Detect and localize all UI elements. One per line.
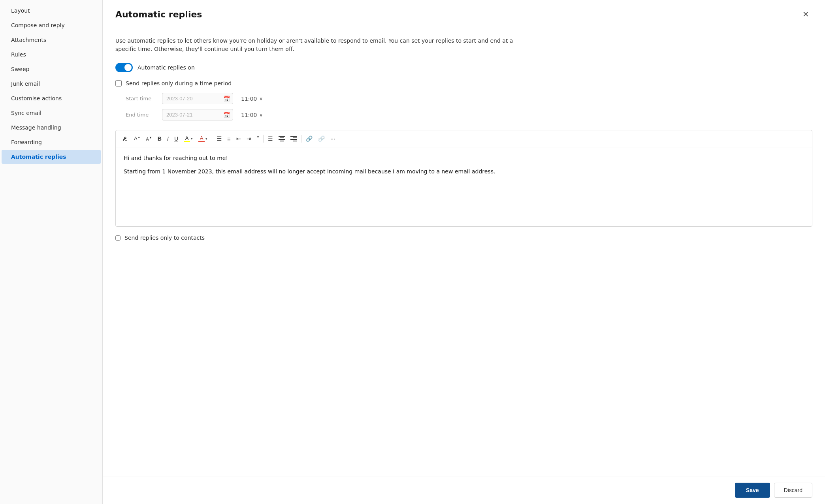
underline-icon: U	[174, 135, 178, 142]
link-icon: 🔗	[306, 135, 313, 142]
end-time-chevron-icon[interactable]: ∨	[259, 112, 263, 118]
dialog-header: Automatic replies ✕	[103, 0, 825, 27]
font-size-down-icon: A▼	[146, 136, 152, 141]
end-date-input-wrap: 📅	[162, 109, 233, 120]
align-right-button[interactable]	[288, 134, 299, 143]
more-options-button[interactable]: ···	[328, 134, 337, 143]
sidebar-item-message-handling[interactable]: Message handling	[2, 120, 101, 135]
font-size-up-icon: A▲	[134, 135, 141, 141]
start-date-input-wrap: 📅	[162, 93, 233, 104]
end-date-input[interactable]	[162, 109, 233, 120]
dialog-footer: Save Discard	[103, 476, 825, 504]
svg-rect-1	[279, 136, 285, 137]
bullets-button[interactable]: ☰	[214, 134, 224, 144]
sidebar-item-junk-email[interactable]: Junk email	[2, 77, 101, 91]
close-button[interactable]: ✕	[799, 8, 812, 21]
automatic-replies-toggle[interactable]	[115, 63, 133, 72]
rich-text-editor: A▲ A▼ B I U	[115, 130, 812, 227]
bold-button[interactable]: B	[155, 134, 164, 143]
toolbar-separator-3	[301, 135, 301, 143]
font-color-chevron-icon[interactable]: ▾	[205, 137, 207, 141]
description-text: Use automatic replies to let others know…	[115, 37, 534, 53]
sidebar-item-compose-reply[interactable]: Compose and reply	[2, 18, 101, 32]
time-period-checkbox-row: Send replies only during a time period	[115, 80, 812, 87]
highlight-chevron-icon[interactable]: ▾	[191, 137, 193, 141]
main-content: Automatic replies ✕ Use automatic replie…	[103, 0, 825, 504]
numbering-icon: ≡	[227, 135, 231, 142]
align-center-icon	[279, 136, 285, 141]
contacts-checkbox[interactable]	[115, 235, 121, 241]
discard-button[interactable]: Discard	[774, 483, 812, 498]
decrease-indent-button[interactable]: ⇤	[234, 134, 243, 143]
start-time-label: Start time	[126, 96, 157, 102]
more-options-icon: ···	[330, 135, 335, 142]
underline-button[interactable]: U	[172, 134, 181, 143]
align-left-button[interactable]: ☰	[266, 134, 275, 143]
editor-toolbar: A▲ A▼ B I U	[116, 130, 812, 147]
font-size-up-button[interactable]: A▲	[132, 134, 143, 143]
editor-content-area[interactable]: Hi and thanks for reaching out to me! St…	[116, 147, 812, 226]
unlink-icon: 🔗	[318, 135, 325, 142]
sidebar-item-automatic-replies[interactable]: Automatic replies	[2, 150, 101, 164]
svg-rect-6	[293, 137, 297, 138]
start-date-input[interactable]	[162, 93, 233, 104]
sidebar-item-forwarding[interactable]: Forwarding	[2, 135, 101, 149]
time-period-checkbox[interactable]	[115, 80, 122, 87]
save-button[interactable]: Save	[735, 483, 770, 498]
highlight-button[interactable]: A ▾	[181, 134, 195, 144]
sidebar-item-rules[interactable]: Rules	[2, 47, 101, 62]
italic-button[interactable]: I	[165, 134, 171, 143]
settings-sidebar: Layout Compose and reply Attachments Rul…	[0, 0, 103, 504]
align-right-icon	[290, 136, 297, 141]
time-fields: Start time 📅 11:00 ∨ End time 📅 11	[126, 93, 812, 120]
font-color-icon: A	[198, 135, 205, 142]
svg-rect-4	[280, 141, 284, 141]
svg-rect-7	[290, 139, 297, 140]
font-size-down-button[interactable]: A▼	[144, 134, 154, 143]
start-time-value: 11:00	[241, 96, 257, 102]
toggle-row: Automatic replies on	[115, 63, 812, 72]
svg-rect-2	[280, 137, 284, 138]
svg-rect-5	[290, 136, 297, 137]
end-time-row: End time 📅 11:00 ∨	[126, 109, 812, 120]
align-center-button[interactable]	[276, 134, 287, 143]
end-time-label: End time	[126, 112, 157, 118]
dialog-title: Automatic replies	[115, 9, 202, 19]
toggle-label: Automatic replies on	[138, 64, 195, 71]
start-time-chevron-icon[interactable]: ∨	[259, 96, 263, 102]
highlight-icon: A	[184, 135, 190, 142]
font-color-button[interactable]: A ▾	[196, 134, 210, 144]
svg-rect-8	[293, 141, 297, 141]
italic-icon: I	[167, 135, 169, 142]
numbering-button[interactable]: ≡	[225, 134, 233, 144]
toolbar-separator-1	[212, 135, 212, 143]
increase-indent-icon: ⇥	[247, 135, 251, 142]
remove-link-button[interactable]: 🔗	[316, 134, 327, 143]
bullets-icon: ☰	[217, 135, 222, 142]
align-left-icon: ☰	[268, 135, 273, 142]
increase-indent-button[interactable]: ⇥	[244, 134, 254, 143]
quote-icon: "	[257, 135, 259, 142]
sidebar-item-attachments[interactable]: Attachments	[2, 33, 101, 47]
sidebar-item-sync-email[interactable]: Sync email	[2, 106, 101, 120]
insert-link-button[interactable]: 🔗	[303, 134, 315, 143]
clear-formatting-button[interactable]	[120, 134, 131, 143]
contacts-checkbox-label[interactable]: Send replies only to contacts	[124, 235, 205, 241]
end-time-value: 11:00	[241, 112, 257, 118]
clear-formatting-icon	[122, 135, 128, 142]
quote-button[interactable]: "	[254, 134, 262, 144]
start-time-select-wrap: 11:00 ∨	[238, 96, 263, 102]
editor-line-2: Starting from 1 November 2023, this emai…	[124, 167, 804, 176]
time-period-label[interactable]: Send replies only during a time period	[126, 80, 232, 87]
editor-line-1: Hi and thanks for reaching out to me!	[124, 154, 804, 162]
decrease-indent-icon: ⇤	[236, 135, 241, 142]
start-time-row: Start time 📅 11:00 ∨	[126, 93, 812, 104]
dialog-body: Use automatic replies to let others know…	[103, 27, 825, 476]
sidebar-item-sweep[interactable]: Sweep	[2, 62, 101, 76]
sidebar-item-layout[interactable]: Layout	[2, 4, 101, 18]
bold-icon: B	[158, 135, 162, 142]
toolbar-separator-2	[263, 135, 264, 143]
toggle-thumb	[124, 64, 132, 71]
sidebar-item-customise-actions[interactable]: Customise actions	[2, 91, 101, 105]
end-time-select-wrap: 11:00 ∨	[238, 112, 263, 118]
